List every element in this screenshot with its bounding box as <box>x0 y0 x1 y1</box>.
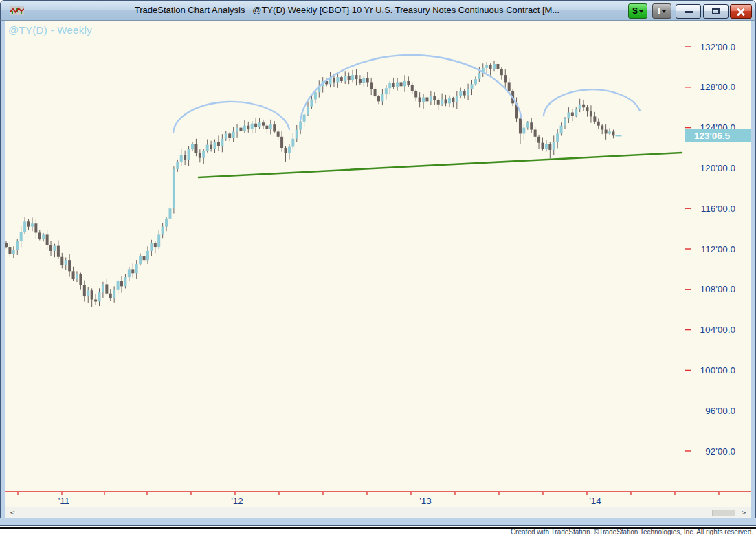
chevron-down-icon <box>639 10 643 13</box>
price-tick-label: 116'00.0 <box>701 204 735 214</box>
time-axis: '11'12'13'14 <box>5 492 751 506</box>
candlesticks <box>5 61 621 307</box>
minimize-icon <box>685 11 693 13</box>
minimize-button[interactable] <box>676 4 701 19</box>
price-tick-label: 100'00.0 <box>700 365 735 375</box>
price-tick-label: 96'00.0 <box>705 406 735 416</box>
chart-area[interactable]: '11'12'13'14 132'00.0128'00.0124'00.0120… <box>5 21 751 507</box>
maximize-icon <box>712 8 720 14</box>
price-axis[interactable]: 132'00.0128'00.0124'00.0120'00.0116'00.0… <box>685 42 735 457</box>
titlebar: TradeStation Chart Analysis @TY(D) Weekl… <box>0 0 756 21</box>
window-border-right <box>751 21 756 518</box>
price-tick-label: 92'00.0 <box>705 446 735 457</box>
pattern-arcs[interactable] <box>173 55 640 133</box>
window-border-bottom <box>0 518 756 526</box>
last-price-tag: 123'06.5 <box>685 129 751 142</box>
strategy-dropdown-button[interactable]: S <box>628 3 647 19</box>
window-title: TradeStation Chart Analysis @TY(D) Weekl… <box>76 5 618 15</box>
symbol-label: @TY(D) - Weekly <box>8 24 92 36</box>
app-chart-icon <box>10 6 24 17</box>
chart-canvas[interactable]: '11'12'13'14 132'00.0128'00.0124'00.0120… <box>5 21 751 507</box>
year-label: '13 <box>419 496 432 506</box>
price-tick-label: 112'00.0 <box>701 244 735 254</box>
price-tick-label: 108'00.0 <box>700 284 735 294</box>
scrollbar-thumb[interactable] <box>712 510 735 516</box>
scroll-left-button[interactable]: < <box>7 507 18 518</box>
price-tick-label: 120'00.0 <box>700 163 735 173</box>
year-label: '12 <box>231 496 243 506</box>
year-label: '14 <box>589 496 601 506</box>
horizontal-scrollbar[interactable]: < > <box>5 507 751 518</box>
price-tick-label: 128'00.0 <box>700 82 735 92</box>
last-price-label: 123'06.5 <box>694 131 731 141</box>
tradestation-window: TradeStation Chart Analysis @TY(D) Weekl… <box>0 0 756 535</box>
price-tick-label: 132'00.0 <box>700 42 735 52</box>
window-border-left <box>0 21 5 518</box>
price-tick-label: 104'00.0 <box>700 325 735 335</box>
trendline[interactable] <box>199 153 682 177</box>
chevron-down-icon <box>662 10 666 13</box>
maximize-button[interactable] <box>703 4 729 19</box>
scroll-right-button[interactable]: > <box>738 507 749 518</box>
year-label: '11 <box>58 496 70 506</box>
close-button[interactable] <box>730 4 752 19</box>
footer-credit: Created with TradeStation. ©TradeStation… <box>0 529 756 535</box>
indicator-dropdown-button[interactable]: I <box>652 3 671 19</box>
